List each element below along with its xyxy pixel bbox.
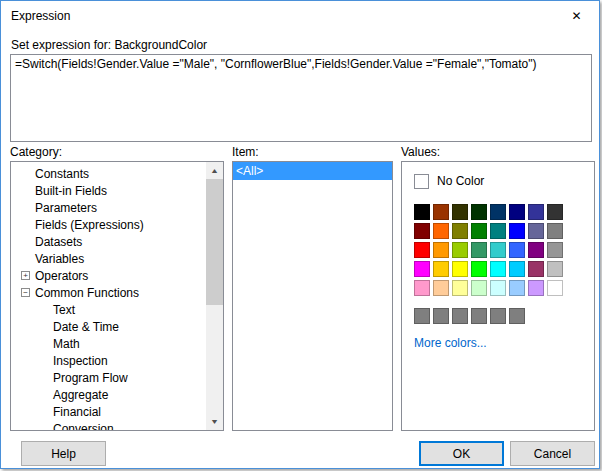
tree-item-label: Built-in Fields (35, 184, 107, 198)
tree-item-label: Text (53, 303, 75, 317)
gray-swatch[interactable] (414, 308, 430, 324)
color-swatch[interactable] (471, 204, 487, 220)
category-scrollbar[interactable]: ▲ ▼ (206, 162, 223, 430)
color-swatch[interactable] (433, 204, 449, 220)
tree-item-parameters[interactable]: Parameters (11, 199, 205, 216)
color-palette (414, 204, 563, 296)
color-swatch[interactable] (414, 242, 430, 258)
values-label: Values: (401, 145, 440, 159)
color-swatch[interactable] (490, 242, 506, 258)
color-swatch[interactable] (509, 280, 525, 296)
color-swatch[interactable] (452, 223, 468, 239)
item-label: Item: (232, 145, 259, 159)
color-swatch[interactable] (452, 242, 468, 258)
color-swatch[interactable] (490, 223, 506, 239)
color-swatch[interactable] (547, 280, 563, 296)
tree-item-financial[interactable]: Financial (11, 403, 205, 420)
color-swatch[interactable] (509, 261, 525, 277)
tree-item-date-time[interactable]: Date & Time (11, 318, 205, 335)
tree-item-text[interactable]: Text (11, 301, 205, 318)
tree-item-built-in-fields[interactable]: Built-in Fields (11, 182, 205, 199)
color-swatch[interactable] (414, 280, 430, 296)
tree-item-label: Aggregate (53, 388, 108, 402)
set-expression-label: Set expression for: BackgroundColor (11, 38, 207, 52)
tree-item-aggregate[interactable]: Aggregate (11, 386, 205, 403)
gray-swatch[interactable] (452, 308, 468, 324)
tree-item-label: Parameters (35, 201, 97, 215)
tree-item-conversion[interactable]: Conversion (11, 420, 205, 431)
gray-swatch[interactable] (433, 308, 449, 324)
color-swatch[interactable] (433, 261, 449, 277)
scroll-down-button[interactable]: ▼ (206, 413, 223, 430)
color-swatch[interactable] (490, 204, 506, 220)
tree-item-inspection[interactable]: Inspection (11, 352, 205, 369)
tree-item-common-functions[interactable]: −Common Functions (11, 284, 205, 301)
color-swatch[interactable] (547, 242, 563, 258)
color-swatch[interactable] (509, 223, 525, 239)
no-color-option[interactable]: No Color (414, 172, 582, 190)
color-swatch[interactable] (528, 223, 544, 239)
tree-item-label: Program Flow (53, 371, 128, 385)
cancel-button[interactable]: Cancel (510, 441, 595, 466)
more-colors-link[interactable]: More colors... (414, 336, 487, 350)
tree-item-label: Inspection (53, 354, 108, 368)
item-list: <All> (233, 162, 392, 180)
tree-item-label: Fields (Expressions) (35, 218, 144, 232)
collapse-icon[interactable]: − (21, 288, 30, 297)
color-swatch[interactable] (433, 242, 449, 258)
color-swatch[interactable] (433, 223, 449, 239)
color-swatch[interactable] (452, 280, 468, 296)
values-panel: No Color More colors... (401, 161, 595, 431)
color-swatch[interactable] (547, 261, 563, 277)
item-list-row[interactable]: <All> (233, 162, 392, 180)
tree-item-label: Financial (53, 405, 101, 419)
tree-item-label: Common Functions (35, 286, 139, 300)
color-swatch[interactable] (490, 261, 506, 277)
tree-item-label: Math (53, 337, 80, 351)
color-swatch[interactable] (471, 261, 487, 277)
tree-item-label: Operators (35, 269, 88, 283)
tree-item-label: Constants (35, 167, 89, 181)
color-swatch[interactable] (471, 223, 487, 239)
color-swatch[interactable] (414, 261, 430, 277)
tree-item-label: Datasets (35, 235, 82, 249)
color-swatch[interactable] (528, 280, 544, 296)
scroll-up-button[interactable]: ▲ (206, 162, 223, 179)
color-swatch[interactable] (414, 223, 430, 239)
category-tree: ConstantsBuilt-in FieldsParametersFields… (11, 162, 223, 431)
ok-button[interactable]: OK (419, 441, 504, 466)
tree-item-constants[interactable]: Constants (11, 165, 205, 182)
gray-swatch[interactable] (471, 308, 487, 324)
tree-item-label: Variables (35, 252, 84, 266)
help-button[interactable]: Help (21, 441, 106, 466)
color-swatch[interactable] (509, 204, 525, 220)
tree-item-operators[interactable]: +Operators (11, 267, 205, 284)
close-button[interactable]: ✕ (554, 1, 599, 30)
color-swatch[interactable] (452, 261, 468, 277)
expression-input[interactable]: =Switch(Fields!Gender.Value ="Male", "Co… (10, 54, 592, 142)
gray-palette (414, 308, 525, 324)
color-swatch[interactable] (490, 280, 506, 296)
color-swatch[interactable] (528, 261, 544, 277)
color-swatch[interactable] (471, 242, 487, 258)
tree-item-math[interactable]: Math (11, 335, 205, 352)
color-swatch[interactable] (528, 204, 544, 220)
gray-swatch[interactable] (509, 308, 525, 324)
color-swatch[interactable] (471, 280, 487, 296)
tree-item-program-flow[interactable]: Program Flow (11, 369, 205, 386)
color-swatch[interactable] (452, 204, 468, 220)
expand-icon[interactable]: + (21, 271, 30, 280)
scrollbar-thumb[interactable] (206, 179, 223, 305)
tree-item-fields-expressions[interactable]: Fields (Expressions) (11, 216, 205, 233)
color-swatch[interactable] (547, 223, 563, 239)
color-swatch[interactable] (414, 204, 430, 220)
tree-item-datasets[interactable]: Datasets (11, 233, 205, 250)
color-swatch[interactable] (547, 204, 563, 220)
arrow-down-icon: ▼ (210, 418, 219, 425)
color-swatch[interactable] (509, 242, 525, 258)
tree-item-variables[interactable]: Variables (11, 250, 205, 267)
no-color-label: No Color (437, 174, 484, 188)
gray-swatch[interactable] (490, 308, 506, 324)
color-swatch[interactable] (433, 280, 449, 296)
color-swatch[interactable] (528, 242, 544, 258)
